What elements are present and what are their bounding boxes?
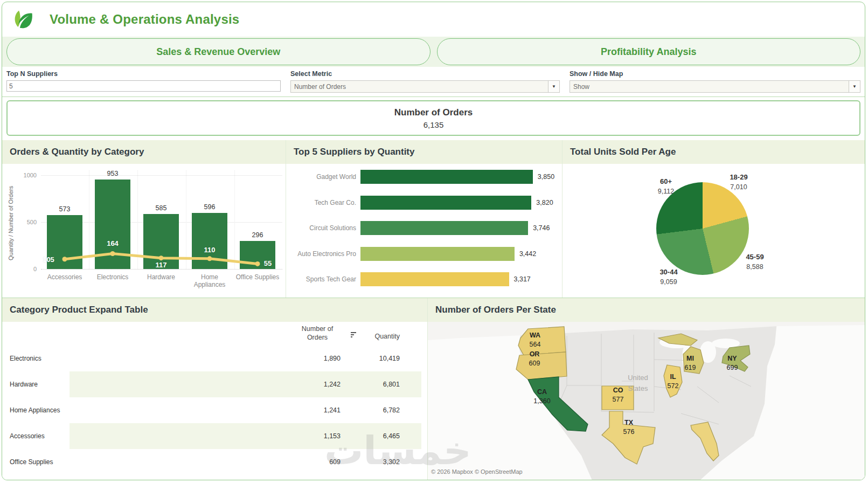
state-value-ny: 699 (727, 364, 738, 371)
table-row[interactable]: Electronics1,89010,419 (2, 346, 427, 371)
category-chart-section: Orders & Quantity by Category Quantity /… (2, 140, 286, 298)
line-value-label: 55 (264, 259, 272, 267)
state-value-ca: 1,360 (533, 397, 550, 405)
tab-bar: Sales & Revenue Overview Profitability A… (2, 37, 865, 67)
supplier-value-label: 3,746 (533, 221, 550, 235)
age-pie-chart[interactable]: 18-297,01045-598,58830-449,05960+9,112 (563, 164, 865, 298)
table-row[interactable]: Home Appliances1,2416,782 (2, 397, 427, 423)
chevron-down-icon[interactable]: ▼ (849, 81, 860, 92)
supplier-value-label: 3,442 (519, 247, 536, 261)
state-value-or: 609 (529, 360, 540, 367)
pie-label-name: 18-29 (730, 172, 747, 182)
state-label-tx: TX (624, 419, 634, 426)
kpi-title: Number of Orders (394, 107, 473, 118)
state-value-mi: 619 (685, 364, 696, 371)
filter-bar: Top N Suppliers Select Metric Number of … (2, 67, 865, 97)
kpi-value: 6,135 (423, 120, 444, 129)
select-metric-label: Select Metric (290, 70, 560, 78)
orders-line-series (2, 164, 286, 298)
map-title: Number of Orders Per State (428, 298, 865, 322)
kpi-card: Number of Orders 6,135 (6, 100, 860, 136)
supplier-value-label: 3,820 (536, 196, 553, 210)
row-quantity-value: 6,801 (325, 371, 400, 397)
map-attribution: © 2026 Mapbox © OpenStreetMap (431, 468, 523, 475)
dashboard-page: Volume & Operations Analysis Sales & Rev… (2, 2, 865, 480)
bottom-row: Category Product Expand Table Number of … (2, 298, 865, 480)
select-metric-dropdown[interactable]: Number of Orders ▼ (290, 80, 560, 93)
table-row[interactable]: Accessories1,1536,465 (2, 423, 427, 449)
row-quantity-value: 3,302 (325, 449, 400, 475)
chevron-down-icon[interactable]: ▼ (548, 81, 559, 92)
line-value-label: 105 (43, 255, 54, 263)
supplier-bar-1[interactable] (360, 170, 533, 184)
supplier-axis-label: Gadget World (286, 170, 356, 184)
orders-map[interactable]: UnitedStates WA564OR609CA1,360CO577TX576… (428, 322, 865, 480)
supplier-bar-4[interactable] (360, 247, 515, 261)
header: Volume & Operations Analysis (2, 2, 865, 37)
supplier-chart-section: Top 5 Suppliers by Quantity Gadget World… (286, 140, 563, 298)
row-quantity-value: 10,419 (325, 346, 400, 371)
category-combo-chart[interactable]: Quantity / Number of Orders 05001000573A… (2, 164, 286, 298)
region-label-line: United (628, 374, 648, 382)
page-title: Volume & Operations Analysis (50, 12, 239, 27)
row-category: Electronics (10, 346, 41, 371)
pie-label-name: 30-44 (659, 267, 677, 277)
tab-sales-revenue-overview[interactable]: Sales & Revenue Overview (6, 38, 430, 65)
supplier-value-label: 3,317 (514, 272, 531, 286)
select-metric-value: Number of Orders (291, 83, 548, 91)
map-section: Number of Orders Per State (428, 298, 865, 480)
us-map[interactable]: UnitedStates WA564OR609CA1,360CO577TX576… (428, 322, 865, 480)
row-category: Hardware (10, 371, 38, 397)
age-pie-section: Total Units Sold Per Age 18-297,01045-59… (563, 140, 865, 298)
row-category: Accessories (10, 423, 45, 449)
state-value-il: 572 (668, 382, 679, 390)
table-row[interactable]: Office Supplies6093,302 (2, 449, 427, 475)
show-hide-map-dropdown[interactable]: Show ▼ (570, 80, 860, 93)
row-category: Office Supplies (10, 449, 53, 475)
category-chart-title: Orders & Quantity by Category (2, 140, 286, 164)
sort-descending-icon[interactable] (350, 330, 357, 340)
supplier-bar-chart[interactable]: Gadget World3,850Tech Gear Co.3,820Circu… (286, 164, 562, 298)
state-label-wa: WA (530, 332, 540, 339)
supplier-bar-2[interactable] (360, 196, 531, 210)
state-or[interactable] (516, 352, 567, 380)
supplier-axis-label: Circuit Solutions (286, 221, 356, 235)
category-table-section: Category Product Expand Table Number of … (2, 298, 428, 480)
supplier-bar-5[interactable] (360, 272, 509, 286)
supplier-axis-label: Tech Gear Co. (286, 196, 356, 210)
region-label-line: States (628, 384, 648, 392)
category-table: Number of Orders Quantity Electronics1,8… (2, 322, 427, 480)
column-header-number-of-orders[interactable]: Number of Orders (293, 325, 342, 342)
row-quantity-value: 6,465 (325, 423, 400, 449)
top-n-suppliers-input[interactable] (6, 80, 281, 92)
pie-label-value: 9,059 (659, 277, 677, 287)
pie-label-value: 7,010 (730, 182, 747, 192)
top-n-suppliers-label: Top N Suppliers (6, 70, 281, 78)
supplier-chart-title: Top 5 Suppliers by Quantity (286, 140, 562, 164)
supplier-bar-3[interactable] (360, 221, 528, 235)
state-label-ny: NY (727, 355, 737, 362)
show-hide-map-value: Show (570, 83, 849, 91)
table-body: Electronics1,89010,419Hardware1,2426,801… (2, 346, 427, 475)
state-value-tx: 576 (623, 428, 635, 436)
line-value-label: 110 (204, 245, 216, 253)
pie-label-name: 60+ (658, 177, 674, 187)
tab-profitability-analysis[interactable]: Profitability Analysis (437, 38, 861, 65)
state-label-co: CO (613, 387, 623, 394)
pie-label-value: 9,112 (658, 187, 674, 196)
leaf-logo-icon (12, 8, 34, 31)
column-header-quantity[interactable]: Quantity (358, 333, 400, 340)
pie-slice-label-18-29: 18-297,010 (730, 172, 747, 192)
state-value-co: 577 (613, 396, 624, 403)
state-label-ca: CA (537, 388, 547, 396)
show-hide-map-label: Show / Hide Map (570, 70, 860, 78)
category-table-title: Category Product Expand Table (2, 298, 427, 322)
state-label-mi: MI (686, 355, 694, 362)
pie-label-name: 45-59 (746, 252, 763, 262)
table-row[interactable]: Hardware1,2426,801 (2, 371, 427, 397)
state-value-wa: 564 (530, 341, 541, 348)
pie-label-value: 8,588 (746, 262, 763, 272)
charts-row: Orders & Quantity by Category Quantity /… (2, 140, 865, 298)
pie-slice-label-30-44: 30-449,059 (659, 267, 677, 287)
row-category: Home Appliances (10, 397, 60, 423)
